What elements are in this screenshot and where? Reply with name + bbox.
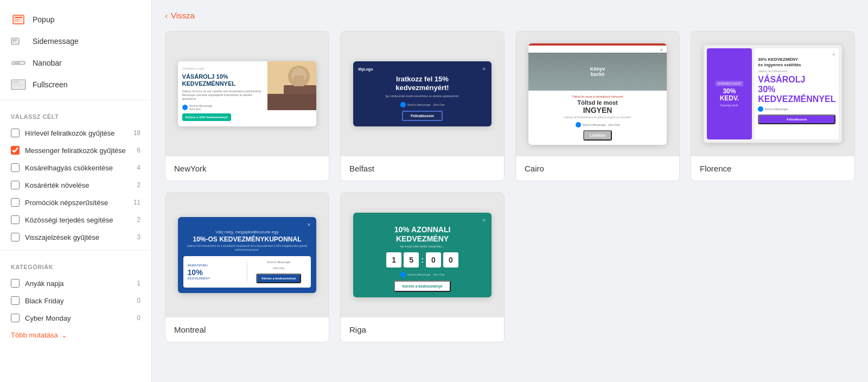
sidemessage-icon (11, 36, 26, 47)
fullscreen-icon (11, 79, 26, 90)
svg-rect-16 (13, 85, 22, 86)
filter-kosarertekn-label: Kosárérték növelése (25, 181, 131, 189)
filter-kosarelhagyas-label: Kosárelhagyás csökkentése (25, 164, 131, 172)
filter-kosarertekn-count: 2 (137, 181, 141, 189)
filter-promociok-checkbox[interactable] (11, 198, 20, 207)
filter-promociok-label: Promóciók népszerűsítése (25, 199, 128, 207)
filter-cybermonday-label: Cyber Monday (25, 314, 131, 322)
filter-hirlevel-label: Hírlevél feliratkozók gyűjtése (25, 129, 128, 137)
template-card-belfast[interactable]: MyLogo ✕ Iratkozz fel 15%kedvezményért! … (340, 31, 505, 181)
sidebar-item-fullscreen[interactable]: Fullscreen (0, 74, 151, 96)
filter-hirlevel-count: 18 (133, 129, 141, 137)
templates-grid: Company Logo VÁSÁROLJ 10%KEDVEZMÉNNYEL I… (165, 31, 855, 342)
template-preview-riga: ✕ 10% AZONNALIKEDVEZMÉNY ha ennyi időn b… (341, 193, 504, 317)
template-name-newyork: NewYork (165, 156, 329, 181)
filter-hirlevel-checkbox[interactable] (11, 129, 20, 137)
filter-anyaknapja-label: Anyák napja (25, 279, 131, 288)
chevron-down-icon: ⌄ (61, 331, 67, 339)
svg-rect-22 (293, 75, 304, 86)
template-card-riga[interactable]: ✕ 10% AZONNALIKEDVEZMÉNY ha ennyi időn b… (340, 192, 505, 342)
template-preview-montreal: ✕ Várj még, megajándékozunk egy 10%-OS K… (165, 193, 329, 317)
filter-visszajelzesek[interactable]: Visszajelzések gyűjtése 3 (0, 228, 151, 246)
filter-messenger[interactable]: Messenger feliratkozók gyűjtése 6 (0, 142, 151, 159)
show-more-button[interactable]: Több mutatása ⌄ (0, 327, 78, 343)
filter-cybermonday-count: 0 (137, 314, 141, 322)
filter-promociok-count: 11 (133, 199, 141, 206)
filter-anyaknapja[interactable]: Anyák napja 1 (0, 275, 151, 292)
filter-kosarelhagyas-checkbox[interactable] (11, 163, 20, 172)
sidebar-item-nanobar[interactable]: Nanobar (0, 52, 151, 74)
popup-label: Popup (33, 15, 54, 24)
svg-rect-11 (14, 63, 20, 64)
filter-blackfriday-label: Black Friday (25, 297, 131, 305)
template-card-newyork[interactable]: Company Logo VÁSÁROLJ 10%KEDVEZMÉNNYEL I… (165, 31, 329, 181)
sidebar: Popup Sidemessage Nanobar (0, 0, 152, 382)
back-label: Vissza (171, 11, 195, 20)
filter-kosarertekn[interactable]: Kosárérték növelése 2 (0, 176, 151, 194)
svg-rect-7 (12, 40, 17, 41)
chevron-left-icon: ‹ (165, 11, 168, 20)
main-content: ‹ Vissza Company Logo VÁSÁROLJ 10%KEDVEZ… (152, 0, 868, 382)
nanobar-icon (11, 58, 26, 68)
filter-visszajelzesek-label: Visszajelzések gyűjtése (25, 233, 131, 241)
svg-rect-14 (13, 81, 20, 82)
template-preview-newyork: Company Logo VÁSÁROLJ 10%KEDVEZMÉNNYEL I… (165, 31, 329, 156)
template-preview-belfast: MyLogo ✕ Iratkozz fel 15%kedvezményért! … (341, 31, 504, 156)
template-preview-florence: NYÁRVÉGI AKCIÓ 30%KEDV. Nyárvégi akció ✕… (691, 31, 854, 156)
template-name-riga: Riga (341, 317, 504, 342)
filter-hirlevel[interactable]: Hírlevél feliratkozók gyűjtése 18 (0, 124, 151, 142)
template-name-montreal: Montreal (165, 317, 329, 342)
template-card-montreal[interactable]: ✕ Várj még, megajándékozunk egy 10%-OS K… (165, 192, 329, 342)
divider-1 (0, 100, 151, 100)
divider-2 (0, 250, 151, 251)
svg-rect-8 (12, 41, 16, 42)
filter-promociok[interactable]: Promóciók népszerűsítése 11 (0, 194, 151, 211)
svg-rect-4 (15, 21, 19, 22)
sidemessage-label: Sidemessage (33, 37, 79, 46)
template-name-cairo: Cairo (516, 156, 679, 181)
template-preview-cairo: ✕ Könyvborító Töltsd le most a következő… (516, 31, 679, 156)
filter-kozossegi-checkbox[interactable] (11, 215, 20, 224)
filter-visszajelzesek-count: 3 (137, 233, 141, 241)
svg-rect-15 (13, 84, 24, 85)
svg-rect-3 (15, 19, 20, 20)
filter-kozossegi-label: Közösségi terjedés segítése (25, 216, 131, 224)
filter-anyaknapja-checkbox[interactable] (11, 279, 20, 288)
template-name-florence: Florence (691, 156, 854, 181)
filter-messenger-label: Messenger feliratkozók gyűjtése (25, 147, 131, 155)
template-card-cairo[interactable]: ✕ Könyvborító Töltsd le most a következő… (515, 31, 680, 181)
popup-icon (11, 14, 26, 25)
filter-kosarelhagyas[interactable]: Kosárelhagyás csökkentése 4 (0, 159, 151, 176)
filter-blackfriday-checkbox[interactable] (11, 296, 20, 305)
goals-section-title: VÁLASSZ CÉLT (0, 105, 151, 124)
filter-cybermonday-checkbox[interactable] (11, 314, 20, 322)
filter-messenger-count: 6 (137, 147, 141, 154)
fullscreen-label: Fullscreen (33, 80, 68, 89)
filter-anyaknapja-count: 1 (137, 279, 141, 287)
show-more-label: Több mutatása (11, 331, 58, 339)
sidebar-item-sidemessage[interactable]: Sidemessage (0, 30, 151, 52)
filter-kosarertekn-checkbox[interactable] (11, 181, 20, 189)
categories-section-title: KATEGÓRIÁK (0, 255, 151, 275)
svg-rect-2 (15, 17, 22, 18)
filter-messenger-checkbox[interactable] (11, 146, 20, 155)
filter-cybermonday[interactable]: Cyber Monday 0 (0, 309, 151, 327)
nanobar-label: Nanobar (33, 59, 62, 67)
back-button[interactable]: ‹ Vissza (165, 11, 195, 20)
filter-blackfriday[interactable]: Black Friday 0 (0, 292, 151, 309)
filter-kozossegi[interactable]: Közösségi terjedés segítése 2 (0, 211, 151, 228)
filter-blackfriday-count: 0 (137, 297, 141, 304)
svg-rect-12 (11, 80, 25, 90)
filter-visszajelzesek-checkbox[interactable] (11, 233, 20, 241)
filter-kosarelhagyas-count: 4 (137, 164, 141, 171)
template-name-belfast: Belfast (341, 156, 504, 181)
template-card-florence[interactable]: NYÁRVÉGI AKCIÓ 30%KEDV. Nyárvégi akció ✕… (691, 31, 855, 181)
svg-rect-20 (267, 94, 316, 110)
sidebar-item-popup[interactable]: Popup (0, 9, 151, 30)
filter-kozossegi-count: 2 (137, 216, 141, 224)
